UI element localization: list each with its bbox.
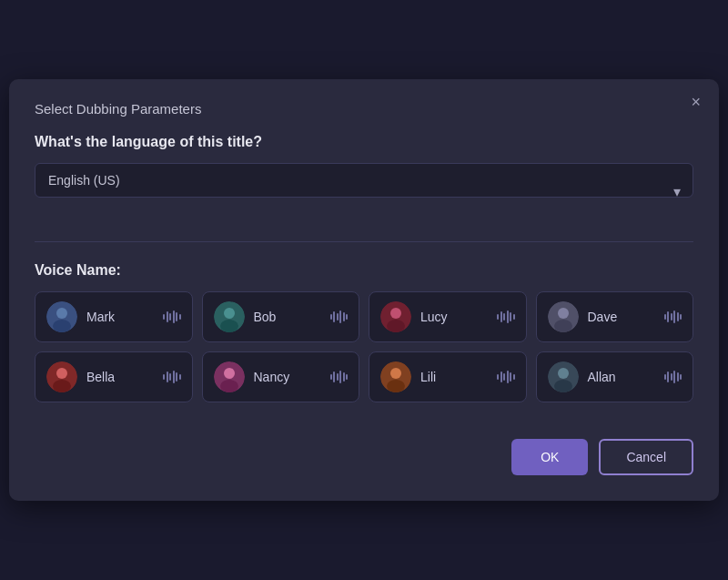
voice-name-nancy: Nancy [254, 370, 321, 384]
svg-point-14 [53, 380, 71, 392]
voice-card-lili[interactable]: Lili [369, 351, 527, 402]
avatar-allan [548, 361, 579, 392]
avatar-bob [214, 301, 245, 332]
voice-card-bella[interactable]: Bella [35, 351, 193, 402]
voice-section-label: Voice Name: [35, 262, 693, 279]
svg-point-10 [558, 308, 569, 319]
svg-point-16 [224, 368, 235, 379]
svg-point-19 [390, 368, 401, 379]
avatar-lucy [380, 301, 411, 332]
svg-point-4 [224, 308, 235, 319]
voice-name-dave: Dave [588, 310, 655, 324]
voice-card-nancy[interactable]: Nancy [202, 351, 360, 402]
sound-wave-lili [497, 371, 515, 383]
sound-wave-nancy [330, 371, 349, 383]
svg-point-2 [53, 320, 71, 332]
avatar-mark [46, 301, 77, 332]
svg-point-1 [56, 308, 67, 319]
sound-wave-allan [664, 371, 682, 383]
sound-wave-mark [163, 310, 181, 323]
svg-point-11 [554, 320, 572, 332]
voice-name-mark: Mark [86, 310, 154, 324]
svg-point-20 [387, 380, 405, 392]
voice-card-mark[interactable]: Mark [35, 291, 193, 342]
divider [35, 241, 693, 242]
footer: OK Cancel [35, 439, 693, 475]
close-button[interactable]: × [691, 94, 701, 110]
svg-point-22 [558, 368, 569, 379]
svg-point-13 [56, 368, 67, 379]
svg-point-23 [554, 380, 572, 392]
voice-name-bob: Bob [254, 310, 321, 324]
voice-name-allan: Allan [588, 370, 655, 384]
sound-wave-bob [330, 310, 349, 323]
voice-card-lucy[interactable]: Lucy [369, 291, 527, 342]
voice-name-lucy: Lucy [420, 310, 488, 324]
svg-point-5 [220, 320, 238, 332]
dialog: Select Dubbing Parameters × What's the l… [9, 79, 719, 501]
dialog-title: Select Dubbing Parameters [35, 101, 201, 117]
avatar-dave [548, 301, 579, 332]
sound-wave-bella [163, 371, 181, 383]
sound-wave-lucy [497, 310, 515, 323]
voice-card-dave[interactable]: Dave [536, 291, 694, 342]
avatar-nancy [214, 361, 245, 392]
svg-point-7 [390, 308, 401, 319]
svg-point-17 [220, 380, 238, 392]
ok-button[interactable]: OK [511, 439, 588, 475]
voice-grid: Mark Bob [35, 291, 693, 402]
voice-name-bella: Bella [86, 370, 154, 384]
language-select-wrapper: English (US) Spanish French German Japan… [35, 163, 693, 219]
voice-name-lili: Lili [420, 370, 488, 384]
sound-wave-dave [664, 310, 682, 323]
svg-point-8 [387, 320, 405, 332]
cancel-button[interactable]: Cancel [599, 439, 693, 475]
language-label: What's the language of this title? [35, 134, 693, 150]
voice-card-bob[interactable]: Bob [202, 291, 360, 342]
avatar-lili [380, 361, 411, 392]
language-select[interactable]: English (US) Spanish French German Japan… [35, 163, 693, 198]
voice-card-allan[interactable]: Allan [536, 351, 694, 402]
avatar-bella [46, 361, 77, 392]
